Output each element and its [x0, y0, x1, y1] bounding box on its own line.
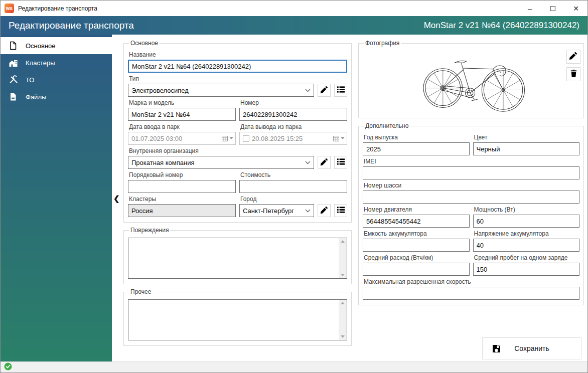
save-button-label: Сохранить: [514, 344, 549, 352]
group-other-legend: Прочее: [129, 288, 153, 295]
engine-input[interactable]: [363, 215, 470, 228]
list-icon: [337, 206, 345, 216]
success-check-icon: [4, 362, 12, 372]
tools-icon: [8, 75, 18, 85]
sidebar-item-maintenance[interactable]: ТО: [1, 71, 112, 88]
year-label: Год выпуска: [364, 134, 470, 141]
org-list-button[interactable]: [334, 156, 347, 169]
power-label: Мощность (Вт): [474, 206, 580, 213]
group-other: Прочее: [123, 288, 352, 346]
minimize-button[interactable]: –: [518, 1, 541, 16]
chassis-label: Номер шасси: [364, 182, 579, 189]
content-area: ❮ Основное Название Тип Электровелосипед: [112, 35, 587, 361]
brand-input[interactable]: [128, 108, 236, 121]
year-input[interactable]: [363, 142, 470, 155]
city-label: Город: [240, 196, 347, 203]
status-bar: [1, 361, 587, 372]
brand-label: Марка и модель: [129, 99, 236, 106]
app-window: ws Редактирование транспорта – ☐ ✕ Редак…: [0, 0, 588, 373]
pencil-icon: [320, 85, 329, 96]
cost-label: Стоимость: [240, 171, 347, 178]
city-list-button[interactable]: [334, 204, 347, 217]
avg-consumption-input[interactable]: [363, 263, 470, 276]
clusters-input[interactable]: [128, 204, 236, 217]
group-photo: Фотография: [358, 40, 584, 118]
date-out-picker[interactable]: 20.08.2025 15:25: [239, 132, 347, 145]
damage-textarea[interactable]: [128, 238, 338, 278]
imei-input[interactable]: [363, 166, 579, 179]
document-icon: [8, 41, 18, 51]
date-out-checkbox[interactable]: [243, 135, 249, 142]
engine-label: Номер двигателя: [364, 206, 470, 213]
list-icon: [337, 157, 345, 168]
window-controls: – ☐ ✕: [518, 1, 587, 16]
photo-edit-button[interactable]: [566, 50, 580, 64]
chassis-input[interactable]: [363, 191, 579, 204]
group-additional-legend: Дополнительно: [364, 122, 410, 129]
list-icon: [337, 85, 345, 96]
type-list-button[interactable]: [334, 84, 347, 97]
bicycle-drawing: [398, 50, 544, 113]
number-label: Номер: [240, 99, 347, 106]
photo-delete-button[interactable]: [566, 67, 580, 81]
type-label: Тип: [129, 75, 347, 82]
sidebar-collapse-handle[interactable]: ❮: [113, 194, 120, 203]
imei-label: IMEI: [364, 158, 579, 165]
type-edit-button[interactable]: [318, 84, 331, 97]
group-main-legend: Основное: [129, 40, 160, 47]
name-label: Название: [129, 51, 347, 58]
cost-input[interactable]: [239, 180, 347, 193]
calendar-icon[interactable]: [222, 135, 233, 141]
file-icon: [8, 92, 18, 102]
date-out-label: Дата вывода из парка: [240, 123, 347, 130]
avg-range-label: Средний пробег на одном заряде: [474, 254, 580, 261]
battery-voltage-input[interactable]: [473, 239, 580, 252]
chevron-down-icon: [302, 209, 314, 213]
buildings-icon: [8, 58, 18, 68]
group-additional: Дополнительно Год выпуска Цвет IMEI: [358, 122, 584, 305]
scrollbar[interactable]: [339, 300, 347, 340]
number-input[interactable]: [239, 108, 347, 121]
group-damage: Повреждения: [123, 227, 352, 284]
serial-label: Порядковый номер: [129, 171, 236, 178]
color-label: Цвет: [474, 134, 580, 141]
app-icon: ws: [5, 4, 14, 13]
city-combobox[interactable]: Санкт-Петербург: [239, 204, 314, 217]
close-button[interactable]: ✕: [564, 1, 587, 16]
type-combobox[interactable]: Электровелосипед: [128, 84, 314, 97]
sidebar-item-main[interactable]: Основное: [1, 37, 112, 54]
date-in-picker[interactable]: 01.07.2025 03:00: [128, 132, 236, 145]
color-input[interactable]: [473, 142, 580, 155]
chevron-down-icon: [302, 161, 314, 164]
avg-range-input[interactable]: [473, 263, 580, 276]
city-edit-button[interactable]: [318, 204, 331, 217]
sidebar-item-label: Кластеры: [26, 59, 55, 67]
sidebar-item-files[interactable]: Файлы: [1, 88, 112, 105]
scrollbar[interactable]: [339, 238, 347, 278]
sidebar-item-clusters[interactable]: Кластеры: [1, 54, 112, 71]
org-combobox[interactable]: Прокатная компания: [128, 156, 314, 169]
sidebar-item-label: Файлы: [26, 93, 46, 101]
org-label: Внутренняя организация: [129, 147, 347, 154]
battery-capacity-input[interactable]: [363, 239, 470, 252]
calendar-icon[interactable]: [333, 135, 345, 141]
org-edit-button[interactable]: [318, 156, 331, 169]
name-input[interactable]: [128, 60, 347, 73]
vehicle-id-label: MonStar 2 v21 №64 (264022891300242): [424, 21, 579, 31]
chevron-down-icon: [302, 89, 314, 92]
sidebar-item-label: Основное: [26, 42, 56, 50]
group-photo-legend: Фотография: [364, 40, 401, 47]
other-textarea[interactable]: [128, 300, 338, 340]
pencil-icon: [320, 206, 329, 216]
power-input[interactable]: [473, 215, 580, 228]
battery-capacity-label: Емкость аккумулятора: [364, 230, 470, 237]
title-bar: ws Редактирование транспорта – ☐ ✕: [1, 1, 587, 16]
avg-consumption-label: Средний расход (Втч/км): [364, 254, 470, 261]
max-speed-input[interactable]: [363, 287, 579, 300]
battery-voltage-label: Напряжение аккумулятора: [474, 230, 580, 237]
serial-input[interactable]: [128, 180, 236, 193]
page-title: Редактирование транспорта: [9, 20, 134, 31]
maximize-button[interactable]: ☐: [541, 1, 564, 16]
save-icon: [492, 344, 501, 353]
save-button[interactable]: Сохранить: [482, 337, 581, 359]
